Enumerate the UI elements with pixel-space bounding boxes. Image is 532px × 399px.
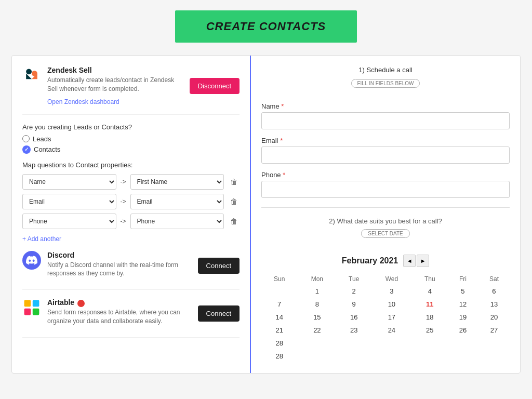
- day-tue: Tue: [337, 273, 371, 285]
- calendar-day[interactable]: 7: [261, 298, 297, 311]
- name-field: Name *: [261, 102, 510, 129]
- calendar-day[interactable]: 3: [371, 285, 413, 298]
- email-input[interactable]: [261, 147, 510, 164]
- contacts-option[interactable]: Contacts: [22, 145, 240, 154]
- airtable-name-row: Airtable: [47, 298, 192, 308]
- calendar-day[interactable]: 28: [261, 337, 297, 350]
- contacts-check-circle: [22, 145, 31, 154]
- step2-label: 2) What date suits you best for a call?: [261, 217, 510, 225]
- calendar-day[interactable]: 11: [413, 298, 447, 311]
- radio-group-label: Are you creating Leads or Contacts?: [22, 123, 240, 131]
- calendar-day[interactable]: 4: [413, 285, 447, 298]
- calendar-day[interactable]: 15: [297, 311, 337, 324]
- calendar-day[interactable]: 5: [447, 285, 478, 298]
- calendar-day[interactable]: 24: [371, 324, 413, 337]
- delete-mapping-2[interactable]: 🗑: [228, 216, 240, 227]
- leads-option[interactable]: Leads: [22, 135, 240, 143]
- calendar-day[interactable]: 14: [261, 311, 297, 324]
- calendar-day: [447, 337, 478, 350]
- email-field: Email *: [261, 137, 510, 164]
- zendesk-integration-block: Zendesk Sell Automatically create leads/…: [22, 66, 240, 115]
- calendar-day[interactable]: 6: [478, 285, 510, 298]
- calendar-day[interactable]: 2: [337, 285, 371, 298]
- fill-badge-container: FILL IN FIELDS BELOW: [261, 78, 510, 95]
- left-panel: Zendesk Sell Automatically create leads/…: [12, 56, 251, 373]
- calendar-day[interactable]: 1: [297, 285, 337, 298]
- leads-contacts-radio-group: Are you creating Leads or Contacts? Lead…: [22, 123, 240, 154]
- main-container: Zendesk Sell Automatically create leads/…: [11, 55, 521, 374]
- select-date-badge: SELECT DATE: [361, 229, 409, 238]
- discord-icon: [22, 251, 41, 270]
- phone-field: Phone *: [261, 171, 510, 198]
- phone-input[interactable]: [261, 181, 510, 198]
- discord-integration-block: Discord Notify a Discord channel with th…: [22, 251, 240, 290]
- calendar-day: [478, 350, 510, 363]
- discord-connect-button[interactable]: Connect: [198, 258, 240, 274]
- svg-rect-7: [33, 309, 39, 315]
- calendar-day[interactable]: 18: [413, 311, 447, 324]
- mapping-row-2: Phone -> Phone 🗑: [22, 214, 240, 229]
- calendar-day[interactable]: 10: [371, 298, 413, 311]
- calendar-day[interactable]: 22: [297, 324, 337, 337]
- name-input[interactable]: [261, 112, 510, 129]
- calendar-week-2: 14151617181920: [261, 311, 510, 324]
- phone-required-star: *: [283, 171, 285, 179]
- discord-info: Discord Notify a Discord channel with th…: [47, 251, 192, 282]
- delete-mapping-1[interactable]: 🗑: [228, 196, 240, 207]
- calendar-day[interactable]: 28: [261, 350, 297, 363]
- mapping-label: Map questions to Contact properties:: [22, 161, 240, 169]
- calendar-day[interactable]: 12: [447, 298, 478, 311]
- day-fri: Fri: [447, 273, 478, 285]
- mapping-to-0[interactable]: First Name: [130, 174, 224, 190]
- discord-name: Discord: [47, 251, 192, 259]
- calendar-day[interactable]: 17: [371, 311, 413, 324]
- mapping-arrow-1: ->: [121, 198, 126, 205]
- calendar-week-4: 28: [261, 337, 510, 350]
- phone-label: Phone *: [261, 171, 510, 179]
- mapping-row-0: Name -> First Name 🗑: [22, 174, 240, 190]
- disconnect-button[interactable]: Disconnect: [190, 78, 240, 94]
- leads-radio[interactable]: [22, 135, 30, 142]
- day-thu: Thu: [413, 273, 447, 285]
- mapping-to-2[interactable]: Phone: [130, 214, 224, 229]
- select-date-badge-container: SELECT DATE: [261, 228, 510, 246]
- leads-label: Leads: [33, 135, 51, 143]
- calendar-day[interactable]: 19: [447, 311, 478, 324]
- airtable-integration-block: Airtable Send form responses to Airtable…: [22, 298, 240, 338]
- calendar-day[interactable]: 27: [478, 324, 510, 337]
- day-mon: Mon: [297, 273, 337, 285]
- airtable-desc: Send form responses to Airtable, where y…: [47, 308, 192, 326]
- discord-desc: Notify a Discord channel with the real-t…: [47, 261, 192, 278]
- calendar-day: [371, 350, 413, 363]
- mapping-to-1[interactable]: Email: [130, 194, 224, 209]
- calendar-week-0: 123456: [261, 285, 510, 298]
- calendar-day[interactable]: 25: [413, 324, 447, 337]
- step2-section: 2) What date suits you best for a call? …: [261, 217, 510, 363]
- svg-rect-5: [33, 300, 39, 307]
- calendar-next-button[interactable]: ►: [417, 255, 429, 267]
- calendar-day[interactable]: 21: [261, 324, 297, 337]
- day-sat: Sat: [478, 273, 510, 285]
- calendar-day[interactable]: 13: [478, 298, 510, 311]
- mapping-from-1[interactable]: Email: [22, 194, 116, 209]
- calendar-day[interactable]: 16: [337, 311, 371, 324]
- add-another-button[interactable]: + Add another: [22, 235, 61, 243]
- mapping-from-0[interactable]: Name: [22, 174, 116, 190]
- zendesk-dashboard-link[interactable]: Open Zendesk dashboard: [47, 98, 119, 105]
- right-panel: 1) Schedule a call FILL IN FIELDS BELOW …: [251, 56, 520, 373]
- calendar-prev-button[interactable]: ◄: [403, 255, 416, 267]
- zendesk-info: Zendesk Sell Automatically create leads/…: [47, 66, 183, 106]
- airtable-connect-button[interactable]: Connect: [198, 305, 240, 322]
- calendar-day[interactable]: 26: [447, 324, 478, 337]
- fill-badge: FILL IN FIELDS BELOW: [351, 79, 419, 88]
- svg-rect-0: [22, 66, 41, 85]
- calendar-day[interactable]: 9: [337, 298, 371, 311]
- delete-mapping-0[interactable]: 🗑: [228, 177, 240, 187]
- email-label: Email *: [261, 137, 510, 144]
- mapping-from-2[interactable]: Phone: [22, 214, 116, 229]
- calendar-day[interactable]: 20: [478, 311, 510, 324]
- calendar-day[interactable]: 23: [337, 324, 371, 337]
- airtable-red-dot: [77, 300, 85, 307]
- calendar-day[interactable]: 8: [297, 298, 337, 311]
- airtable-icon: [22, 298, 41, 317]
